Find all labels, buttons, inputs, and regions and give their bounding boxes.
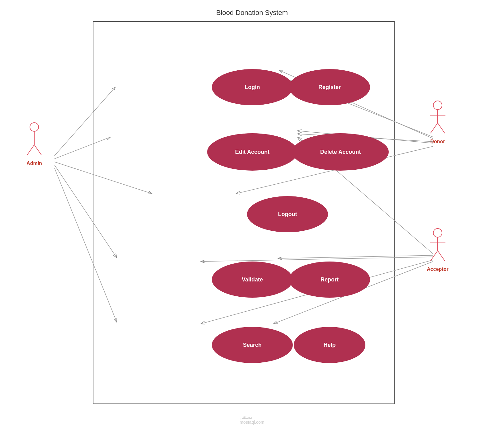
donor-label: Donor — [430, 139, 445, 144]
acceptor-label: Acceptor — [427, 267, 448, 272]
svg-line-29 — [438, 251, 445, 261]
svg-point-25 — [433, 229, 442, 237]
svg-line-24 — [438, 123, 445, 133]
use-case-validate[interactable]: Validate — [212, 262, 293, 298]
svg-point-20 — [433, 101, 442, 110]
use-case-edit-account[interactable]: Edit Account — [207, 133, 297, 171]
diagram-title: Blood Donation System — [216, 9, 288, 17]
watermark: مستقلmostaql.com — [240, 415, 264, 425]
actor-donor: Donor — [427, 100, 449, 144]
use-case-login[interactable]: Login — [212, 69, 293, 105]
svg-line-19 — [34, 145, 41, 155]
use-case-register[interactable]: Register — [289, 69, 370, 105]
svg-point-15 — [30, 123, 39, 131]
donor-figure — [427, 100, 449, 137]
svg-line-18 — [27, 145, 34, 155]
admin-figure — [23, 121, 45, 159]
use-case-help[interactable]: Help — [294, 327, 365, 363]
acceptor-figure — [427, 227, 449, 265]
svg-line-23 — [430, 123, 438, 133]
diagram-container: Blood Donation System — [0, 0, 504, 434]
svg-line-28 — [430, 251, 438, 261]
actor-acceptor: Acceptor — [427, 227, 449, 272]
use-case-delete-account[interactable]: Delete Account — [292, 133, 389, 171]
actor-admin: Admin — [23, 121, 45, 166]
use-case-logout[interactable]: Logout — [247, 196, 328, 232]
use-case-report[interactable]: Report — [289, 262, 370, 298]
use-case-search[interactable]: Search — [212, 327, 293, 363]
admin-label: Admin — [26, 161, 42, 166]
